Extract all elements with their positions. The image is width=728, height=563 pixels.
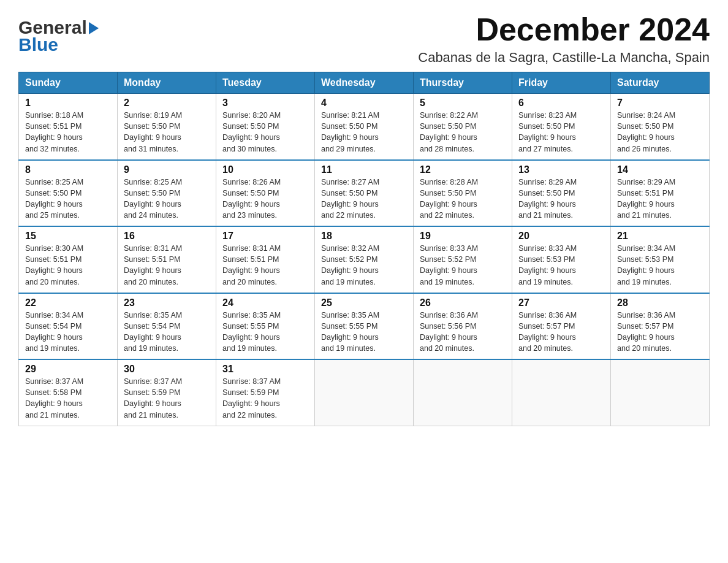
calendar-cell: 20Sunrise: 8:33 AMSunset: 5:53 PMDayligh…	[512, 226, 611, 293]
location-subtitle: Cabanas de la Sagra, Castille-La Mancha,…	[418, 50, 710, 66]
day-info: Sunrise: 8:35 AMSunset: 5:55 PMDaylight:…	[321, 311, 379, 353]
day-number: 15	[25, 231, 111, 242]
calendar-cell: 24Sunrise: 8:35 AMSunset: 5:55 PMDayligh…	[216, 293, 315, 360]
calendar-cell	[315, 359, 414, 426]
calendar-cell: 22Sunrise: 8:34 AMSunset: 5:54 PMDayligh…	[19, 293, 118, 360]
day-number: 2	[124, 98, 210, 109]
header-row: SundayMondayTuesdayWednesdayThursdayFrid…	[19, 72, 710, 94]
calendar-cell: 4Sunrise: 8:21 AMSunset: 5:50 PMDaylight…	[315, 94, 414, 160]
calendar-cell: 26Sunrise: 8:36 AMSunset: 5:56 PMDayligh…	[414, 293, 512, 360]
header-cell-wednesday: Wednesday	[315, 72, 414, 94]
calendar-table: SundayMondayTuesdayWednesdayThursdayFrid…	[18, 72, 710, 426]
day-number: 1	[25, 98, 111, 109]
day-info: Sunrise: 8:27 AMSunset: 5:50 PMDaylight:…	[321, 178, 379, 220]
day-number: 6	[518, 98, 604, 109]
calendar-cell: 29Sunrise: 8:37 AMSunset: 5:58 PMDayligh…	[19, 359, 118, 426]
calendar-cell: 10Sunrise: 8:26 AMSunset: 5:50 PMDayligh…	[216, 160, 315, 227]
calendar-cell: 17Sunrise: 8:31 AMSunset: 5:51 PMDayligh…	[216, 226, 315, 293]
calendar-cell: 1Sunrise: 8:18 AMSunset: 5:51 PMDaylight…	[19, 94, 118, 160]
header-cell-sunday: Sunday	[19, 72, 118, 94]
week-row-3: 15Sunrise: 8:30 AMSunset: 5:51 PMDayligh…	[19, 226, 710, 293]
calendar-cell: 16Sunrise: 8:31 AMSunset: 5:51 PMDayligh…	[118, 226, 216, 293]
day-number: 25	[321, 297, 407, 308]
day-number: 7	[617, 98, 703, 109]
day-info: Sunrise: 8:29 AMSunset: 5:51 PMDaylight:…	[617, 178, 675, 220]
day-info: Sunrise: 8:36 AMSunset: 5:57 PMDaylight:…	[617, 311, 675, 353]
calendar-cell: 23Sunrise: 8:35 AMSunset: 5:54 PMDayligh…	[118, 293, 216, 360]
day-info: Sunrise: 8:25 AMSunset: 5:50 PMDaylight:…	[25, 178, 83, 220]
day-number: 27	[518, 297, 604, 308]
calendar-cell: 28Sunrise: 8:36 AMSunset: 5:57 PMDayligh…	[611, 293, 710, 360]
day-info: Sunrise: 8:35 AMSunset: 5:55 PMDaylight:…	[222, 311, 281, 353]
week-row-2: 8Sunrise: 8:25 AMSunset: 5:50 PMDaylight…	[19, 160, 710, 227]
logo-arrow-icon	[89, 22, 99, 34]
day-info: Sunrise: 8:31 AMSunset: 5:51 PMDaylight:…	[124, 244, 182, 286]
day-info: Sunrise: 8:25 AMSunset: 5:50 PMDaylight:…	[124, 178, 182, 220]
day-info: Sunrise: 8:30 AMSunset: 5:51 PMDaylight:…	[25, 244, 83, 286]
calendar-cell: 19Sunrise: 8:33 AMSunset: 5:52 PMDayligh…	[414, 226, 512, 293]
month-year-title: December 2024	[418, 12, 710, 47]
title-area: December 2024 Cabanas de la Sagra, Casti…	[418, 12, 710, 66]
day-number: 11	[321, 164, 407, 175]
day-info: Sunrise: 8:36 AMSunset: 5:56 PMDaylight:…	[420, 311, 478, 353]
day-info: Sunrise: 8:22 AMSunset: 5:50 PMDaylight:…	[420, 111, 478, 153]
day-info: Sunrise: 8:31 AMSunset: 5:51 PMDaylight:…	[222, 244, 281, 286]
day-number: 28	[617, 297, 703, 308]
day-number: 13	[518, 164, 604, 175]
header-cell-saturday: Saturday	[611, 72, 710, 94]
week-row-5: 29Sunrise: 8:37 AMSunset: 5:58 PMDayligh…	[19, 359, 710, 426]
day-number: 26	[420, 297, 506, 308]
day-number: 14	[617, 164, 703, 175]
day-info: Sunrise: 8:36 AMSunset: 5:57 PMDaylight:…	[518, 311, 577, 353]
calendar-cell: 13Sunrise: 8:29 AMSunset: 5:50 PMDayligh…	[512, 160, 611, 227]
calendar-cell: 3Sunrise: 8:20 AMSunset: 5:50 PMDaylight…	[216, 94, 315, 160]
calendar-cell: 14Sunrise: 8:29 AMSunset: 5:51 PMDayligh…	[611, 160, 710, 227]
calendar-cell: 27Sunrise: 8:36 AMSunset: 5:57 PMDayligh…	[512, 293, 611, 360]
calendar-cell: 15Sunrise: 8:30 AMSunset: 5:51 PMDayligh…	[19, 226, 118, 293]
calendar-cell: 18Sunrise: 8:32 AMSunset: 5:52 PMDayligh…	[315, 226, 414, 293]
calendar-cell: 11Sunrise: 8:27 AMSunset: 5:50 PMDayligh…	[315, 160, 414, 227]
day-number: 23	[124, 297, 210, 308]
header-cell-tuesday: Tuesday	[216, 72, 315, 94]
calendar-cell: 25Sunrise: 8:35 AMSunset: 5:55 PMDayligh…	[315, 293, 414, 360]
calendar-cell	[611, 359, 710, 426]
logo: General Blue	[18, 18, 99, 54]
day-info: Sunrise: 8:26 AMSunset: 5:50 PMDaylight:…	[222, 178, 281, 220]
calendar-cell: 6Sunrise: 8:23 AMSunset: 5:50 PMDaylight…	[512, 94, 611, 160]
day-info: Sunrise: 8:37 AMSunset: 5:59 PMDaylight:…	[222, 377, 281, 419]
day-number: 19	[420, 231, 506, 242]
header-cell-monday: Monday	[118, 72, 216, 94]
calendar-cell: 9Sunrise: 8:25 AMSunset: 5:50 PMDaylight…	[118, 160, 216, 227]
day-info: Sunrise: 8:32 AMSunset: 5:52 PMDaylight:…	[321, 244, 379, 286]
day-number: 24	[222, 297, 308, 308]
header-cell-friday: Friday	[512, 72, 611, 94]
day-number: 18	[321, 231, 407, 242]
day-info: Sunrise: 8:20 AMSunset: 5:50 PMDaylight:…	[222, 111, 281, 153]
calendar-cell: 8Sunrise: 8:25 AMSunset: 5:50 PMDaylight…	[19, 160, 118, 227]
day-info: Sunrise: 8:23 AMSunset: 5:50 PMDaylight:…	[518, 111, 577, 153]
day-info: Sunrise: 8:34 AMSunset: 5:54 PMDaylight:…	[25, 311, 83, 353]
calendar-cell: 7Sunrise: 8:24 AMSunset: 5:50 PMDaylight…	[611, 94, 710, 160]
calendar-header: SundayMondayTuesdayWednesdayThursdayFrid…	[19, 72, 710, 94]
day-info: Sunrise: 8:18 AMSunset: 5:51 PMDaylight:…	[25, 111, 83, 153]
day-info: Sunrise: 8:37 AMSunset: 5:58 PMDaylight:…	[25, 377, 83, 419]
calendar-cell: 5Sunrise: 8:22 AMSunset: 5:50 PMDaylight…	[414, 94, 512, 160]
day-number: 16	[124, 231, 210, 242]
day-number: 3	[222, 98, 308, 109]
calendar-cell: 21Sunrise: 8:34 AMSunset: 5:53 PMDayligh…	[611, 226, 710, 293]
day-number: 5	[420, 98, 506, 109]
day-number: 20	[518, 231, 604, 242]
page-header: General Blue December 2024 Cabanas de la…	[18, 12, 710, 66]
day-number: 29	[25, 364, 111, 375]
day-number: 12	[420, 164, 506, 175]
day-number: 9	[124, 164, 210, 175]
day-number: 17	[222, 231, 308, 242]
day-info: Sunrise: 8:29 AMSunset: 5:50 PMDaylight:…	[518, 178, 577, 220]
day-number: 31	[222, 364, 308, 375]
day-info: Sunrise: 8:37 AMSunset: 5:59 PMDaylight:…	[124, 377, 182, 419]
calendar-body: 1Sunrise: 8:18 AMSunset: 5:51 PMDaylight…	[19, 94, 710, 426]
day-info: Sunrise: 8:21 AMSunset: 5:50 PMDaylight:…	[321, 111, 379, 153]
calendar-cell	[414, 359, 512, 426]
day-number: 21	[617, 231, 703, 242]
calendar-cell: 2Sunrise: 8:19 AMSunset: 5:50 PMDaylight…	[118, 94, 216, 160]
